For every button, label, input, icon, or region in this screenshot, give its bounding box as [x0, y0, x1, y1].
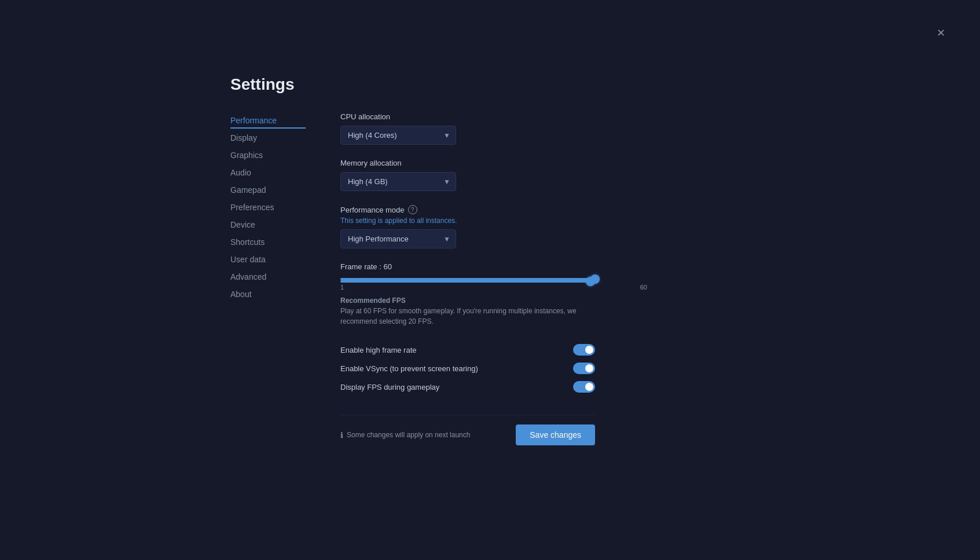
sidebar: Performance Display Graphics Audio Gamep… — [230, 112, 306, 445]
slider-min-label: 1 — [340, 284, 344, 291]
toggle-display-fps[interactable] — [573, 381, 595, 393]
sidebar-item-device[interactable]: Device — [230, 217, 306, 233]
toggle-track-high-frame-rate — [573, 344, 595, 356]
recommended-fps-description: Play at 60 FPS for smooth gameplay. If y… — [340, 306, 595, 327]
cpu-allocation-section: CPU allocation Low (1 Core) Medium (2 Co… — [340, 112, 647, 145]
toggle-label-display-fps: Display FPS during gameplay — [340, 383, 439, 391]
sidebar-item-performance[interactable]: Performance — [230, 112, 306, 129]
cpu-allocation-label: CPU allocation — [340, 112, 647, 121]
performance-mode-header: Performance mode ? — [340, 205, 647, 214]
cpu-allocation-dropdown-wrapper: Low (1 Core) Medium (2 Cores) High (4 Co… — [340, 126, 456, 145]
settings-body: Performance Display Graphics Audio Gamep… — [230, 112, 647, 445]
sidebar-item-graphics[interactable]: Graphics — [230, 147, 306, 163]
frame-rate-slider-container — [340, 278, 595, 280]
toggle-track-display-fps — [573, 381, 595, 393]
performance-mode-subtitle: This setting is applied to all instances… — [340, 217, 647, 225]
info-icon: ℹ — [340, 431, 343, 440]
frame-rate-section: Frame rate : 60 1 60 Recommended FPS Pla… — [340, 262, 647, 327]
toggle-vsync[interactable] — [573, 363, 595, 374]
toggle-row-high-frame-rate: Enable high frame rate — [340, 341, 595, 359]
memory-allocation-section: Memory allocation Low (1 GB) Medium (2 G… — [340, 159, 647, 191]
main-content: CPU allocation Low (1 Core) Medium (2 Co… — [340, 112, 647, 445]
close-button[interactable]: ✕ — [937, 28, 945, 38]
recommended-fps: Recommended FPS Play at 60 FPS for smoot… — [340, 297, 647, 327]
toggle-high-frame-rate[interactable] — [573, 344, 595, 356]
recommended-fps-title: Recommended FPS — [340, 297, 647, 305]
slider-max-label: 60 — [640, 284, 647, 291]
sidebar-item-about[interactable]: About — [230, 286, 306, 302]
frame-rate-slider-input[interactable] — [340, 280, 595, 283]
performance-mode-help-icon[interactable]: ? — [408, 205, 417, 214]
slider-range-labels: 1 60 — [340, 284, 647, 291]
sidebar-item-display[interactable]: Display — [230, 130, 306, 146]
settings-container: Settings Performance Display Graphics Au… — [230, 75, 647, 445]
footer: ℹ Some changes will apply on next launch… — [340, 415, 595, 445]
sidebar-item-audio[interactable]: Audio — [230, 164, 306, 181]
toggle-section: Enable high frame rate Enable VSync (to … — [340, 341, 647, 396]
toggle-knob-vsync — [585, 364, 593, 372]
footer-notice: ℹ Some changes will apply on next launch — [340, 431, 470, 440]
save-changes-button[interactable]: Save changes — [516, 424, 595, 445]
sidebar-item-gamepad[interactable]: Gamepad — [230, 182, 306, 198]
toggle-track-vsync — [573, 363, 595, 374]
toggle-label-high-frame-rate: Enable high frame rate — [340, 346, 417, 354]
sidebar-item-shortcuts[interactable]: Shortcuts — [230, 234, 306, 250]
performance-mode-section: Performance mode ? This setting is appli… — [340, 205, 647, 248]
sidebar-item-preferences[interactable]: Preferences — [230, 199, 306, 215]
memory-allocation-label: Memory allocation — [340, 159, 647, 167]
memory-allocation-select[interactable]: Low (1 GB) Medium (2 GB) High (4 GB) Ult… — [340, 172, 456, 191]
cpu-allocation-select[interactable]: Low (1 Core) Medium (2 Cores) High (4 Co… — [340, 126, 456, 145]
footer-notice-text: Some changes will apply on next launch — [347, 431, 470, 439]
toggle-label-vsync: Enable VSync (to prevent screen tearing) — [340, 364, 478, 373]
sidebar-item-user-data[interactable]: User data — [230, 251, 306, 268]
performance-mode-label: Performance mode — [340, 206, 405, 214]
sidebar-item-advanced[interactable]: Advanced — [230, 269, 306, 285]
close-icon: ✕ — [937, 27, 945, 39]
performance-mode-select[interactable]: Balanced High Performance Ultra Performa… — [340, 229, 456, 248]
memory-allocation-dropdown-wrapper: Low (1 GB) Medium (2 GB) High (4 GB) Ult… — [340, 172, 456, 191]
toggle-row-display-fps: Display FPS during gameplay — [340, 378, 595, 396]
toggle-knob-display-fps — [585, 383, 593, 391]
frame-rate-label: Frame rate : 60 — [340, 262, 647, 271]
performance-mode-dropdown-wrapper: Balanced High Performance Ultra Performa… — [340, 229, 456, 248]
toggle-row-vsync: Enable VSync (to prevent screen tearing) — [340, 359, 595, 378]
toggle-knob-high-frame-rate — [585, 346, 593, 354]
page-title: Settings — [230, 75, 647, 94]
